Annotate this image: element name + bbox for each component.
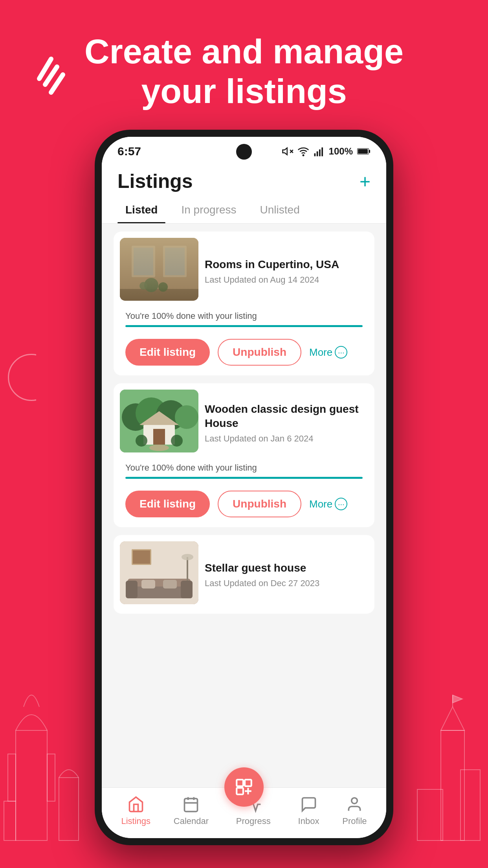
svg-rect-64 xyxy=(460,770,480,840)
hero-title: Create and manage your listings xyxy=(67,31,421,111)
listing-top-1: Rooms in Cupertino, USA Last Updated on … xyxy=(114,232,374,307)
listing-updated-1: Last Updated on Aug 14 2024 xyxy=(205,275,367,285)
listing-card-1: Rooms in Cupertino, USA Last Updated on … xyxy=(114,232,374,375)
listing-image-3 xyxy=(120,541,198,604)
listing-updated-3: Last Updated on Dec 27 2023 xyxy=(205,578,367,588)
svg-rect-9 xyxy=(319,149,321,156)
tab-in-progress[interactable]: In progress xyxy=(173,197,244,223)
listing-progress-2: You're 100% done with your listing xyxy=(114,459,374,487)
unpublish-button-1[interactable]: Unpublish xyxy=(218,339,301,366)
nav-item-listings[interactable]: Listings xyxy=(121,795,150,826)
svg-rect-18 xyxy=(163,246,187,277)
listing-image-1 xyxy=(120,238,198,301)
tab-listed[interactable]: Listed xyxy=(117,197,165,223)
svg-rect-47 xyxy=(237,780,243,786)
svg-rect-44 xyxy=(163,580,177,588)
nav-item-calendar[interactable]: Calendar xyxy=(174,795,209,826)
fab-button[interactable] xyxy=(224,767,264,807)
svg-rect-59 xyxy=(47,754,55,801)
svg-rect-41 xyxy=(126,581,138,598)
buildings-right-decoration xyxy=(409,691,488,848)
svg-marker-67 xyxy=(453,695,462,703)
svg-rect-42 xyxy=(181,581,193,598)
svg-rect-20 xyxy=(120,289,198,301)
svg-rect-15 xyxy=(120,238,198,301)
nav-label-calendar: Calendar xyxy=(174,816,209,826)
progress-bar-fill-2 xyxy=(125,477,363,479)
camera-cutout xyxy=(236,144,252,160)
progress-bar-bg-1 xyxy=(125,325,363,327)
mute-icon xyxy=(282,145,294,157)
listing-info-1: Rooms in Cupertino, USA Last Updated on … xyxy=(205,232,374,307)
svg-point-56 xyxy=(352,798,358,804)
svg-point-28 xyxy=(175,405,198,429)
svg-rect-17 xyxy=(134,248,153,275)
progress-bar-fill-1 xyxy=(125,325,363,327)
progress-text-1: You're 100% done with your listing xyxy=(125,311,363,321)
svg-line-2 xyxy=(51,75,63,92)
listing-top-3: Stellar guest house Last Updated on Dec … xyxy=(114,535,374,611)
svg-rect-12 xyxy=(369,150,370,153)
unpublish-button-2[interactable]: Unpublish xyxy=(218,491,301,517)
listing-info-3: Stellar guest house Last Updated on Dec … xyxy=(205,535,374,611)
nav-label-progress: Progress xyxy=(236,816,271,826)
svg-rect-38 xyxy=(133,550,150,564)
profile-icon xyxy=(345,795,364,814)
nav-item-profile[interactable]: Profile xyxy=(342,795,367,826)
phone-mockup: 6:57 xyxy=(95,130,393,845)
svg-rect-16 xyxy=(132,246,155,277)
deco-arch xyxy=(8,354,55,401)
listing-actions-2: Edit listing Unpublish More ··· xyxy=(114,487,374,527)
svg-rect-31 xyxy=(153,429,165,445)
listing-name-3: Stellar guest house xyxy=(205,561,367,575)
nav-label-listings: Listings xyxy=(121,816,150,826)
svg-rect-10 xyxy=(321,147,323,156)
tab-unlisted[interactable]: Unlisted xyxy=(252,197,308,223)
svg-point-32 xyxy=(149,445,169,451)
svg-rect-7 xyxy=(314,153,316,156)
progress-bar-bg-2 xyxy=(125,477,363,479)
home-icon xyxy=(127,795,145,814)
svg-marker-63 xyxy=(441,707,464,730)
progress-text-2: You're 100% done with your listing xyxy=(125,463,363,473)
status-icons: 100% xyxy=(282,145,371,157)
svg-rect-43 xyxy=(141,580,155,588)
app-header: Listings + xyxy=(102,162,386,197)
edit-listing-button-2[interactable]: Edit listing xyxy=(125,491,210,517)
buildings-left-decoration xyxy=(0,652,110,848)
svg-rect-57 xyxy=(16,730,47,840)
listing-top-2: Wooden classic design guest House Last U… xyxy=(114,383,374,459)
svg-point-22 xyxy=(158,282,168,292)
listing-image-2 xyxy=(120,390,198,452)
svg-point-33 xyxy=(136,435,147,447)
more-circle-icon-2: ··· xyxy=(335,498,347,510)
nav-label-inbox: Inbox xyxy=(298,816,319,826)
svg-rect-61 xyxy=(4,801,16,840)
svg-rect-65 xyxy=(417,789,443,840)
edit-listing-button-1[interactable]: Edit listing xyxy=(125,339,210,366)
battery-text: 100% xyxy=(329,146,353,157)
listing-progress-1: You're 100% done with your listing xyxy=(114,307,374,335)
inbox-icon xyxy=(299,795,318,814)
listing-info-2: Wooden classic design guest House Last U… xyxy=(205,383,374,459)
nav-label-profile: Profile xyxy=(342,816,367,826)
listing-card-3: Stellar guest house Last Updated on Dec … xyxy=(114,535,374,614)
svg-point-46 xyxy=(182,554,193,560)
more-button-1[interactable]: More ··· xyxy=(309,346,347,359)
more-button-2[interactable]: More ··· xyxy=(309,498,347,510)
listings-content: Rooms in Cupertino, USA Last Updated on … xyxy=(102,224,386,787)
status-time: 6:57 xyxy=(117,145,141,158)
svg-point-21 xyxy=(144,278,158,292)
svg-rect-52 xyxy=(185,798,198,811)
listing-actions-1: Edit listing Unpublish More ··· xyxy=(114,335,374,375)
svg-point-23 xyxy=(139,282,147,290)
add-listing-button[interactable]: + xyxy=(360,171,371,192)
svg-rect-8 xyxy=(316,151,318,156)
fab-icon xyxy=(234,777,254,797)
svg-rect-49 xyxy=(237,788,243,794)
svg-rect-14 xyxy=(358,149,368,154)
nav-item-inbox[interactable]: Inbox xyxy=(298,795,319,826)
battery-icon xyxy=(357,147,371,156)
app-title: Listings xyxy=(117,170,193,193)
svg-rect-45 xyxy=(187,557,188,581)
